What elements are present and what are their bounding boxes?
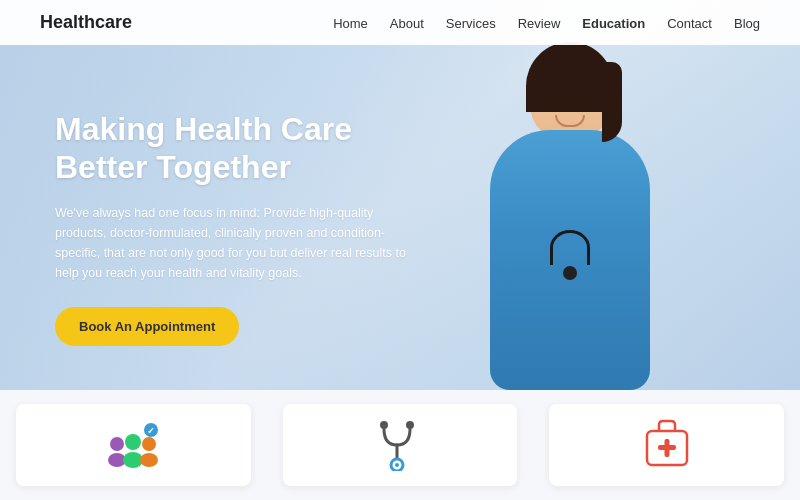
nav-item-education[interactable]: Education — [582, 14, 645, 32]
hero-nurse-illustration — [400, 0, 740, 390]
svg-point-0 — [110, 437, 124, 451]
nav-item-about[interactable]: About — [390, 14, 424, 32]
svg-point-11 — [395, 463, 399, 467]
hero-content: Making Health Care Better Together We've… — [55, 110, 415, 346]
nav-links: Home About Services Review Education Con… — [333, 14, 760, 32]
svg-text:✓: ✓ — [147, 426, 155, 436]
svg-point-4 — [142, 437, 156, 451]
steth-tube — [550, 230, 590, 265]
card-community: ✓ — [16, 404, 251, 486]
nav-item-review[interactable]: Review — [518, 14, 561, 32]
card-medical-bag — [549, 404, 784, 486]
nav-item-home[interactable]: Home — [333, 14, 368, 32]
card-stethoscope — [283, 404, 518, 486]
hero-section: Making Health Care Better Together We've… — [0, 0, 800, 390]
svg-point-5 — [140, 453, 158, 467]
nav-item-blog[interactable]: Blog — [734, 14, 760, 32]
book-appointment-button[interactable]: Book An Appointment — [55, 307, 239, 346]
navbar: Healthcare Home About Services Review Ed… — [0, 0, 800, 45]
svg-point-2 — [125, 434, 141, 450]
nurse-stethoscope — [530, 230, 610, 280]
medical-bag-icon — [640, 418, 694, 472]
nurse-smile — [555, 115, 585, 127]
hero-description: We've always had one focus in mind: Prov… — [55, 203, 415, 283]
nurse-body — [450, 20, 690, 390]
nav-item-contact[interactable]: Contact — [667, 14, 712, 32]
cards-section: ✓ — [0, 390, 800, 500]
steth-end — [563, 266, 577, 280]
people-check-icon: ✓ — [106, 418, 160, 472]
stethoscope-icon — [373, 418, 427, 472]
nurse-hair — [526, 42, 614, 112]
nav-item-services[interactable]: Services — [446, 14, 496, 32]
hero-title: Making Health Care Better Together — [55, 110, 415, 187]
svg-rect-14 — [664, 439, 669, 457]
brand-logo[interactable]: Healthcare — [40, 12, 132, 33]
nurse-scrubs — [490, 130, 650, 390]
